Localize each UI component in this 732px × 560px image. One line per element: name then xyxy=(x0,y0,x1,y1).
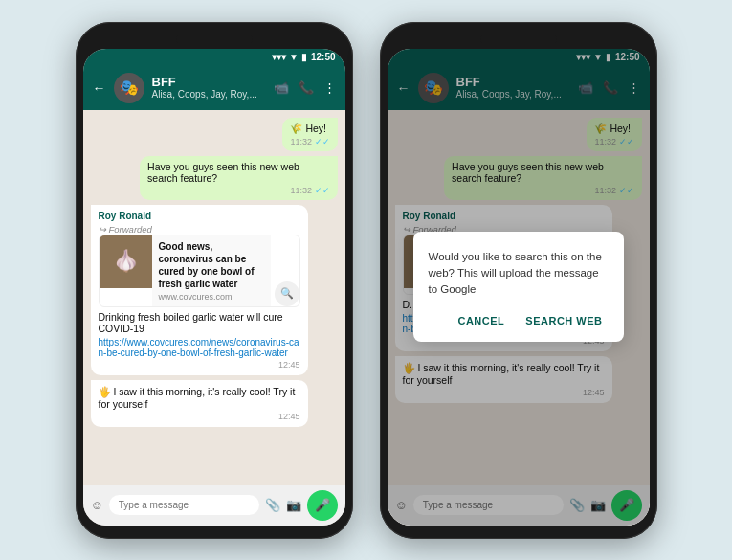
wifi-icon: ▼ xyxy=(289,52,299,62)
ticks-question-left: ✓✓ xyxy=(315,186,330,195)
msg-question-left: Have you guys seen this new web search f… xyxy=(140,156,337,200)
fwd-card-image-left: 🧄 xyxy=(100,235,152,288)
chat-info-left: BFF Alisa, Coops, Jay, Roy,... xyxy=(152,75,266,101)
msg-time-fwd-left: 12:45 xyxy=(99,360,300,370)
fwd-card-title-left: Good news, coronavirus can be cured by o… xyxy=(159,240,264,290)
back-button-left[interactable]: ← xyxy=(93,80,106,96)
camera-icon-left[interactable]: 📷 xyxy=(286,498,301,512)
status-icons-left: ▾▾▾ ▼ ▮ xyxy=(272,52,307,62)
avatar-left: 🎭 xyxy=(114,73,144,103)
fwd-card-content-left: Good news, coronavirus can be cured by o… xyxy=(152,235,271,306)
msg-time-hey-left: 11:32 ✓✓ xyxy=(290,137,329,146)
search-web-btn-left[interactable]: 🔍 xyxy=(275,281,299,306)
forwarded-label-left: ↪ Forwarded xyxy=(99,224,300,235)
msg-time-question-left: 11:32 ✓✓ xyxy=(147,186,329,195)
fwd-card-inner-left: 🧄 Good news, coronavirus can be cured by… xyxy=(100,235,271,306)
msg-plain-left: 🖐 I saw it this morning, it's really coo… xyxy=(91,380,308,427)
phone-notch-right xyxy=(480,35,557,43)
msg-sender-left: Roy Ronald xyxy=(99,211,152,221)
battery-icon: ▮ xyxy=(301,52,307,62)
chat-members-left: Alisa, Coops, Jay, Roy,... xyxy=(152,89,266,101)
video-icon-left[interactable]: 📹 xyxy=(274,80,289,95)
phone-notch-left xyxy=(176,35,253,43)
status-time-left: 12:50 xyxy=(311,52,336,62)
msg-header-left: Roy Ronald xyxy=(99,211,300,221)
phones-container: ▾▾▾ ▼ ▮ 12:50 ← 🎭 BFF Alisa, Coops, Jay,… xyxy=(76,22,657,539)
phone-left: ▾▾▾ ▼ ▮ 12:50 ← 🎭 BFF Alisa, Coops, Jay,… xyxy=(76,22,353,539)
fwd-card-row-left: 🧄 Good news, coronavirus can be cured by… xyxy=(100,235,299,306)
chat-messages-left: 🌾 Hey! 11:32 ✓✓ Have you guys seen this … xyxy=(83,110,345,485)
msg-body-left: Drinking fresh boiled garlic water will … xyxy=(99,311,300,334)
fwd-card-left: 🧄 Good news, coronavirus can be cured by… xyxy=(99,235,300,307)
msg-forwarded-left: Roy Ronald ↪ Forwarded 🧄 xyxy=(91,205,308,375)
chat-name-left: BFF xyxy=(152,75,266,90)
phone-icon-left[interactable]: 📞 xyxy=(299,80,314,95)
dialog-box: Would you like to search this on the web… xyxy=(413,232,624,343)
signal-icon: ▾▾▾ xyxy=(272,52,286,62)
phone-screen-right: ▾▾▾ ▼ ▮ 12:50 ← 🎭 BFF Alisa, Coops, Jay,… xyxy=(388,49,650,526)
mic-btn-left[interactable]: 🎤 xyxy=(307,490,338,521)
attach-icon-left[interactable]: 📎 xyxy=(265,498,280,512)
forward-arrow-icon-left: ↪ xyxy=(99,224,106,235)
dialog-actions: CANCEL SEARCH WEB xyxy=(429,311,609,330)
hey-emoji: 🌾 xyxy=(290,123,302,134)
dialog-search-button[interactable]: SEARCH WEB xyxy=(520,311,608,330)
phone-screen-left: ▾▾▾ ▼ ▮ 12:50 ← 🎭 BFF Alisa, Coops, Jay,… xyxy=(83,49,345,526)
message-input-left[interactable] xyxy=(109,495,259,515)
garlic-icon-left: 🧄 xyxy=(113,249,139,274)
fwd-card-url-left: www.covcures.com xyxy=(159,292,264,302)
ticks-hey-left: ✓✓ xyxy=(315,137,330,146)
dialog-cancel-button[interactable]: CANCEL xyxy=(452,311,510,330)
chat-header-left: ← 🎭 BFF Alisa, Coops, Jay, Roy,... 📹 📞 ⋮ xyxy=(83,66,345,110)
dialog-text: Would you like to search this on the web… xyxy=(429,249,609,299)
input-bar-left: ☺ 📎 📷 🎤 xyxy=(83,485,345,526)
phone-right: ▾▾▾ ▼ ▮ 12:50 ← 🎭 BFF Alisa, Coops, Jay,… xyxy=(380,22,657,539)
status-bar-left: ▾▾▾ ▼ ▮ 12:50 xyxy=(83,49,345,66)
msg-link-left[interactable]: https://www.covcures.com/news/coronaviru… xyxy=(99,337,300,358)
msg-hey-left: 🌾 Hey! 11:32 ✓✓ xyxy=(282,118,337,151)
emoji-icon-left[interactable]: ☺ xyxy=(91,498,103,512)
msg-time-plain-left: 12:45 xyxy=(99,412,300,421)
dialog-overlay: Would you like to search this on the web… xyxy=(388,49,650,526)
header-icons-left: 📹 📞 ⋮ xyxy=(274,80,336,95)
more-icon-left[interactable]: ⋮ xyxy=(323,80,336,95)
